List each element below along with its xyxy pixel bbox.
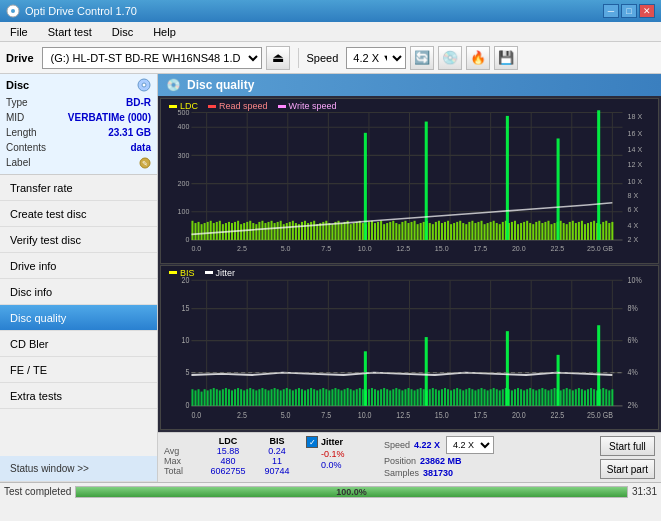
jitter-checkbox[interactable]: ✓ xyxy=(306,436,318,448)
svg-rect-350 xyxy=(550,389,552,406)
eject-button[interactable]: ⏏ xyxy=(266,46,290,70)
svg-rect-158 xyxy=(520,223,522,240)
svg-rect-363 xyxy=(590,388,592,406)
svg-rect-282 xyxy=(344,389,346,406)
svg-text:4 X: 4 X xyxy=(628,220,639,229)
start-full-button[interactable]: Start full xyxy=(600,436,655,456)
svg-rect-73 xyxy=(261,221,263,240)
menu-disc[interactable]: Disc xyxy=(106,24,139,40)
sidebar-nav: Transfer rate Create test disc Verify te… xyxy=(0,175,157,482)
svg-rect-287 xyxy=(359,388,361,406)
svg-rect-56 xyxy=(210,221,212,240)
drive-label: Drive xyxy=(6,52,34,64)
svg-rect-105 xyxy=(359,221,361,240)
sidebar-item-extra-tests[interactable]: Extra tests xyxy=(0,383,157,409)
svg-text:100: 100 xyxy=(178,207,190,216)
svg-rect-177 xyxy=(578,222,580,240)
svg-rect-116 xyxy=(392,221,394,240)
svg-rect-329 xyxy=(487,390,489,405)
svg-rect-360 xyxy=(581,389,583,406)
svg-text:22.5: 22.5 xyxy=(550,244,564,253)
svg-rect-325 xyxy=(474,390,476,405)
svg-rect-339 xyxy=(517,388,519,406)
speed-display-select[interactable]: 4.2 X xyxy=(446,436,494,454)
disc-info-panel: Disc Type BD-R MID VERBATIMe (000) Lengt… xyxy=(0,74,157,175)
avg-bis-value: 0.24 xyxy=(256,446,298,456)
jitter-legend-label: Jitter xyxy=(216,268,236,278)
svg-rect-322 xyxy=(465,389,467,406)
svg-text:20.0: 20.0 xyxy=(512,410,526,420)
svg-rect-137 xyxy=(456,222,458,240)
svg-rect-99 xyxy=(341,223,343,240)
sidebar-item-create-test-disc[interactable]: Create test disc xyxy=(0,201,157,227)
svg-rect-271 xyxy=(310,388,312,406)
svg-rect-128 xyxy=(429,223,431,240)
svg-rect-311 xyxy=(432,388,434,406)
svg-text:15.0: 15.0 xyxy=(435,410,449,420)
svg-rect-57 xyxy=(213,223,215,240)
svg-text:15.0: 15.0 xyxy=(435,244,449,253)
svg-rect-315 xyxy=(444,388,446,406)
svg-text:10.0: 10.0 xyxy=(358,410,372,420)
svg-rect-167 xyxy=(547,221,549,240)
svg-rect-76 xyxy=(271,221,273,240)
burn-button[interactable]: 🔥 xyxy=(466,46,490,70)
svg-rect-348 xyxy=(544,389,546,406)
svg-rect-280 xyxy=(337,389,339,406)
sidebar-item-disc-quality[interactable]: Disc quality xyxy=(0,305,157,331)
sidebar-item-disc-info[interactable]: Disc info xyxy=(0,279,157,305)
svg-rect-101 xyxy=(347,221,349,240)
close-button[interactable]: ✕ xyxy=(639,4,655,18)
svg-rect-290 xyxy=(368,389,370,406)
svg-rect-258 xyxy=(271,389,273,406)
status-window-button[interactable]: Status window >> xyxy=(0,456,157,482)
sidebar-item-cd-bler[interactable]: CD Bler xyxy=(0,331,157,357)
refresh-button[interactable]: 🔄 xyxy=(410,46,434,70)
svg-rect-133 xyxy=(444,222,446,240)
svg-rect-265 xyxy=(292,390,294,405)
svg-rect-253 xyxy=(255,390,257,405)
sidebar-item-fe-te[interactable]: FE / TE xyxy=(0,357,157,383)
max-jitter-value: 0.0% xyxy=(306,460,376,470)
svg-rect-318 xyxy=(453,389,455,406)
svg-rect-369 xyxy=(608,390,610,405)
svg-rect-232 xyxy=(191,389,193,406)
svg-rect-364 xyxy=(593,389,595,406)
start-part-button[interactable]: Start part xyxy=(600,459,655,479)
svg-rect-273 xyxy=(316,390,318,405)
bottom-chart: BIS Jitter xyxy=(160,265,659,431)
title-bar: Opti Drive Control 1.70 ─ □ ✕ xyxy=(0,0,661,22)
maximize-button[interactable]: □ xyxy=(621,4,637,18)
sidebar-item-drive-info[interactable]: Drive info xyxy=(0,253,157,279)
svg-rect-53 xyxy=(201,224,203,240)
svg-rect-145 xyxy=(481,221,483,240)
speed-select[interactable]: 4.2 X ▼ xyxy=(346,47,406,69)
svg-text:8%: 8% xyxy=(628,303,638,313)
svg-rect-115 xyxy=(389,222,391,240)
sidebar-item-transfer-rate[interactable]: Transfer rate xyxy=(0,175,157,201)
svg-rect-156 xyxy=(514,221,516,240)
sidebar-item-verify-test-disc[interactable]: Verify test disc xyxy=(0,227,157,253)
menu-file[interactable]: File xyxy=(4,24,34,40)
save-button[interactable]: 💾 xyxy=(494,46,518,70)
ldc-header xyxy=(164,436,200,446)
svg-rect-242 xyxy=(222,389,224,406)
disc-button[interactable]: 💿 xyxy=(438,46,462,70)
svg-rect-331 xyxy=(493,388,495,406)
svg-rect-129 xyxy=(432,224,434,240)
svg-rect-95 xyxy=(328,223,330,240)
menu-help[interactable]: Help xyxy=(147,24,182,40)
svg-rect-368 xyxy=(605,389,607,406)
svg-rect-249 xyxy=(243,390,245,405)
svg-text:20.0: 20.0 xyxy=(512,244,526,253)
action-buttons: Start full Start part xyxy=(600,436,655,479)
length-value: 23.31 GB xyxy=(108,125,151,140)
minimize-button[interactable]: ─ xyxy=(603,4,619,18)
svg-rect-291 xyxy=(371,388,373,406)
svg-rect-87 xyxy=(304,221,306,240)
svg-rect-113 xyxy=(383,224,385,240)
top-chart-legend: LDC Read speed Write speed xyxy=(169,101,336,111)
menu-start-test[interactable]: Start test xyxy=(42,24,98,40)
svg-rect-304 xyxy=(411,389,413,406)
drive-select[interactable]: (G:) HL-DT-ST BD-RE WH16NS48 1.D3 xyxy=(42,47,262,69)
